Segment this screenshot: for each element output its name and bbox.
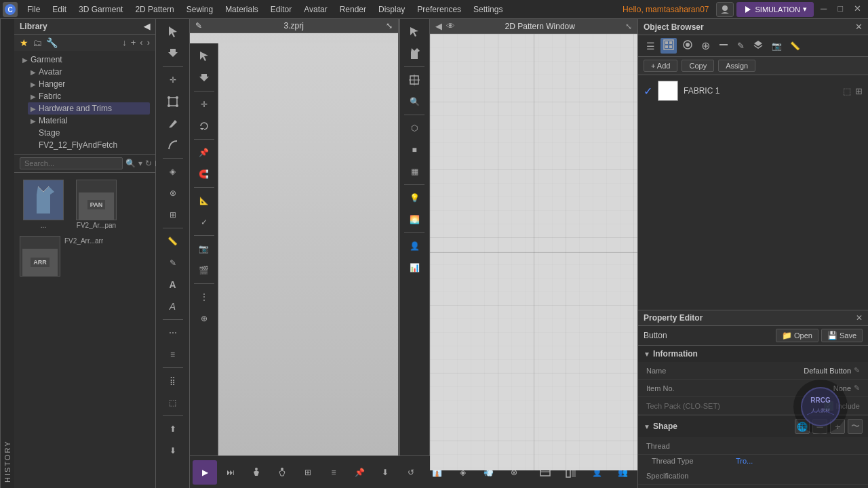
tool-text2[interactable]: A (160, 296, 186, 317)
pe-shape-sub-icon[interactable]: ─ (812, 419, 827, 434)
lib-tab-star[interactable]: ★ (20, 37, 28, 48)
ob-pencil-icon[interactable]: ✎ (734, 39, 747, 52)
refresh-icon[interactable]: ↻ (145, 159, 152, 168)
tree-hardware-trims[interactable]: ▶ Hardware and Trims (28, 102, 150, 115)
tree-fabric[interactable]: ▶ Fabric (28, 90, 150, 102)
3d-select-tool[interactable] (191, 46, 217, 66)
menu-sewing[interactable]: Sewing (181, 3, 218, 16)
tree-sub-item[interactable]: FV2_12_FlyAndFetch (36, 139, 150, 151)
3dr-select[interactable] (401, 22, 427, 42)
lib-add-icon[interactable]: + (131, 37, 136, 48)
3d-move-tool[interactable]: ✛ (191, 94, 217, 115)
menu-editor[interactable]: Editor (265, 3, 297, 16)
2d-icon-1[interactable]: ◀ (435, 21, 442, 31)
ob-fabric-swatch[interactable] (658, 81, 678, 101)
3d-pin-tool[interactable]: 📌 (191, 142, 217, 163)
account-button[interactable] (716, 2, 734, 17)
bt-pins[interactable]: 📌 (347, 460, 372, 485)
2d-icon-2[interactable]: 👁 (446, 21, 455, 31)
3d-transform-tool[interactable] (191, 68, 217, 88)
pe-shape-globe-icon[interactable]: 🌐 (795, 419, 810, 434)
tree-stage[interactable]: ▶ Stage (28, 127, 150, 139)
menu-avatar[interactable]: Avatar (298, 3, 332, 16)
lib-download-icon[interactable]: ↓ (122, 37, 127, 48)
tool-transform[interactable] (160, 92, 186, 112)
tool-avatar-up[interactable]: ⬆ (160, 419, 186, 439)
menu-2dpattern[interactable]: 2D Pattern (130, 3, 179, 16)
ob-list-icon[interactable]: ☰ (644, 39, 658, 53)
tool-grid-dots[interactable]: ⣿ (160, 371, 186, 391)
viewport-3d-edit-icon[interactable]: ✎ (195, 21, 202, 30)
bt-fold[interactable]: ≡ (321, 460, 346, 485)
pe-shape-add-icon[interactable]: + (830, 419, 845, 434)
ob-add-btn[interactable]: + Add (644, 60, 677, 72)
menu-preferences[interactable]: Preferences (412, 3, 467, 16)
3d-extra-tool[interactable]: ⋮ (191, 287, 217, 307)
ob-assign-btn[interactable]: Assign (718, 60, 755, 72)
3dr-solid[interactable]: ■ (401, 140, 427, 160)
3d-scene-tool[interactable]: 🎬 (191, 260, 217, 281)
3d-extra2-tool[interactable]: ⊕ (191, 308, 217, 329)
ob-plus-icon[interactable]: ⊕ (698, 38, 713, 54)
ob-fabric-settings-icon[interactable]: ⊞ (855, 86, 863, 96)
pe-section-info-header[interactable]: ▼ Information (638, 346, 868, 362)
bt-sim-run[interactable]: ▶ (193, 460, 217, 485)
history-tab[interactable]: HISTORY (0, 19, 14, 488)
lib-nav-left[interactable]: ‹ (140, 37, 142, 48)
pe-thread-type-value[interactable]: Tro... (736, 457, 753, 465)
ob-material-icon[interactable] (660, 38, 677, 54)
bt-reset[interactable]: ↺ (399, 460, 423, 485)
viewport-2d-expand-icon[interactable]: ⤡ (625, 22, 632, 31)
tool-seam[interactable]: ⊗ (160, 183, 186, 203)
menu-materials[interactable]: Materials (220, 3, 264, 16)
menu-render[interactable]: Render (334, 3, 372, 16)
tool-stitch[interactable]: ⊞ (160, 205, 186, 225)
3dr-cursor[interactable] (401, 70, 427, 90)
minimize-button[interactable]: ─ (816, 2, 831, 17)
tool-pattern-select[interactable]: ✛ (160, 70, 186, 90)
3d-measure-tool[interactable]: 📐 (191, 190, 217, 211)
menu-edit[interactable]: Edit (47, 3, 72, 16)
bt-arrange[interactable]: ⊞ (296, 460, 320, 485)
3dr-texture[interactable]: ▦ (401, 161, 427, 182)
tool-avatar-down[interactable]: ⬇ (160, 441, 186, 461)
ob-minus-icon[interactable] (715, 38, 732, 54)
bt-avatar-tool[interactable] (270, 460, 294, 485)
maximize-button[interactable]: □ (833, 2, 847, 17)
search-input[interactable] (20, 157, 123, 169)
3dr-wire[interactable]: ⬡ (401, 118, 427, 138)
pe-open-btn[interactable]: 📁 Open (776, 329, 818, 342)
lib-tab-wrench[interactable]: 🔧 (46, 37, 58, 48)
pe-close-icon[interactable]: ✕ (856, 313, 863, 323)
ob-close-icon[interactable]: ✕ (855, 22, 863, 32)
pe-shape-wave-icon[interactable]: 〜 (848, 419, 863, 434)
ob-fabric-edit-icon[interactable]: ⬚ (843, 86, 851, 96)
ob-copy-btn[interactable]: Copy (682, 60, 714, 72)
lib-tab-folder[interactable]: 🗂 (33, 37, 42, 48)
3dr-light[interactable]: 💡 (401, 188, 427, 208)
3dr-bg[interactable]: 🌅 (401, 209, 427, 230)
menu-file[interactable]: File (22, 3, 45, 16)
tree-hanger[interactable]: ▶ Hanger (28, 78, 150, 90)
bt-gravity[interactable]: ⬇ (373, 460, 397, 485)
ob-render-icon[interactable] (679, 38, 696, 54)
tool-curve[interactable] (160, 135, 186, 155)
menu-display[interactable]: Display (373, 3, 410, 16)
lib-nav-right[interactable]: › (147, 37, 150, 48)
simulation-button[interactable]: SIMULATION ▾ (736, 2, 814, 17)
pe-itemno-edit-icon[interactable]: ✎ (854, 384, 860, 392)
tool-annotate[interactable]: ✎ (160, 253, 186, 273)
ob-ruler-icon[interactable]: 📏 (787, 40, 803, 52)
3dr-zoom[interactable]: 🔍 (401, 92, 427, 112)
pe-save-btn[interactable]: 💾 Save (821, 329, 863, 342)
tool-ruler[interactable]: 📏 (160, 231, 186, 251)
ob-layers-icon[interactable] (750, 38, 766, 54)
3dr-garment[interactable] (401, 43, 427, 64)
pe-techpack-checkbox[interactable] (824, 401, 833, 411)
2d-canvas[interactable] (430, 34, 638, 470)
bt-sim-step[interactable]: ⏭ (218, 460, 243, 485)
file-item-arr[interactable]: ARR FV2_Arr...arr (20, 236, 150, 277)
3d-check-tool[interactable]: ✓ (191, 212, 217, 232)
tool-pen[interactable] (160, 113, 186, 134)
close-button[interactable]: ✕ (850, 2, 865, 17)
